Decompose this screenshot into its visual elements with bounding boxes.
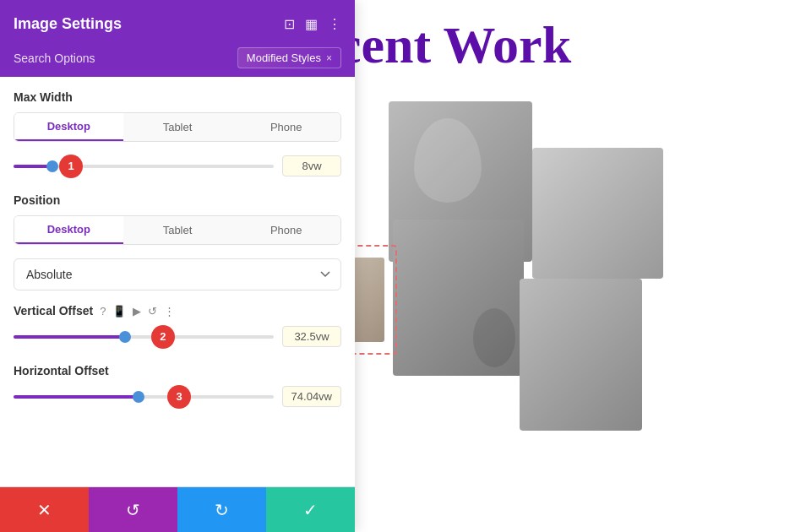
device-icon[interactable]: 📱 xyxy=(112,305,126,318)
position-select-row: Static Relative Absolute Fixed Sticky xyxy=(14,258,341,290)
tab-position-desktop[interactable]: Desktop xyxy=(14,216,123,244)
tab-position-phone[interactable]: Phone xyxy=(231,216,340,244)
position-label: Position xyxy=(14,193,341,207)
max-width-value: 8vw xyxy=(282,155,341,176)
search-bar: Search Options Modified Styles × xyxy=(0,47,355,77)
max-width-label: Max Width xyxy=(14,90,341,104)
vertical-offset-slider-track[interactable] xyxy=(14,335,274,339)
max-width-slider-thumb[interactable] xyxy=(46,160,58,172)
tab-max-width-tablet[interactable]: Tablet xyxy=(123,113,232,141)
panel-header: Image Settings ⊡ ▦ ⋮ xyxy=(0,0,355,47)
modified-styles-label: Modified Styles xyxy=(247,52,321,64)
tab-max-width-desktop[interactable]: Desktop xyxy=(14,113,123,141)
more-icon[interactable]: ⋮ xyxy=(164,305,175,318)
max-width-section: Max Width Desktop Tablet Phone 1 8vw xyxy=(14,90,341,176)
vertical-offset-section: Vertical Offset ? 📱 ▶ ↺ ⋮ 2 32.5vw xyxy=(14,304,341,347)
position-select[interactable]: Static Relative Absolute Fixed Sticky xyxy=(14,258,341,290)
position-section: Position Desktop Tablet Phone Static Rel… xyxy=(14,193,341,290)
save-icon: ✓ xyxy=(303,500,318,520)
more-options-icon[interactable]: ⋮ xyxy=(328,16,341,32)
max-width-device-tabs: Desktop Tablet Phone xyxy=(14,112,341,142)
redo-button[interactable]: ↻ xyxy=(177,487,266,532)
cancel-button[interactable]: ✕ xyxy=(0,487,89,532)
horizontal-offset-label: Horizontal Offset xyxy=(14,364,341,377)
max-width-slider-track[interactable] xyxy=(14,165,274,168)
panel-content: Max Width Desktop Tablet Phone 1 8vw Pos… xyxy=(0,77,355,486)
save-button[interactable]: ✓ xyxy=(266,487,355,532)
modified-styles-close-button[interactable]: × xyxy=(326,52,332,64)
vertical-offset-slider-row: 2 32.5vw xyxy=(14,326,341,347)
vertical-offset-label-row: Vertical Offset ? 📱 ▶ ↺ ⋮ xyxy=(14,304,341,318)
horizontal-offset-value: 74.04vw xyxy=(282,386,341,407)
bottom-toolbar: ✕ ↺ ↻ ✓ xyxy=(0,486,355,532)
panel-title: Image Settings xyxy=(14,15,122,33)
horizontal-offset-section: Horizontal Offset 3 74.04vw xyxy=(14,364,341,407)
modified-styles-badge[interactable]: Modified Styles × xyxy=(237,47,341,68)
horizontal-offset-slider-row: 3 74.04vw xyxy=(14,386,341,407)
undo-icon[interactable]: ↺ xyxy=(148,305,157,318)
search-options-label[interactable]: Search Options xyxy=(14,52,231,65)
panel-header-icons: ⊡ ▦ ⋮ xyxy=(284,16,341,32)
collage-image-2 xyxy=(532,148,663,279)
horizontal-offset-slider-track[interactable] xyxy=(14,395,274,399)
collage-image-3 xyxy=(393,220,524,376)
tab-max-width-phone[interactable]: Phone xyxy=(231,113,340,141)
undo-icon: ↺ xyxy=(126,500,140,520)
resize-icon[interactable]: ⊡ xyxy=(284,16,295,32)
cancel-icon: ✕ xyxy=(37,500,52,520)
cursor-icon[interactable]: ▶ xyxy=(133,305,141,318)
tab-position-tablet[interactable]: Tablet xyxy=(123,216,232,244)
collage-image-4 xyxy=(520,279,642,431)
max-width-slider-row: 1 8vw xyxy=(14,155,341,176)
position-device-tabs: Desktop Tablet Phone xyxy=(14,215,341,245)
recent-work-title: cent Work xyxy=(338,15,571,75)
grid-icon[interactable]: ▦ xyxy=(305,16,318,32)
vertical-offset-slider-fill xyxy=(14,335,125,339)
help-icon[interactable]: ? xyxy=(100,305,106,318)
redo-icon: ↻ xyxy=(215,500,229,520)
vertical-offset-value: 32.5vw xyxy=(282,326,341,347)
undo-button[interactable]: ↺ xyxy=(89,487,177,532)
image-settings-panel: Image Settings ⊡ ▦ ⋮ Search Options Modi… xyxy=(0,0,355,532)
horizontal-offset-slider-fill xyxy=(14,395,139,399)
horizontal-offset-slider-thumb[interactable] xyxy=(133,391,144,403)
collage-area xyxy=(363,101,786,515)
vertical-offset-slider-thumb[interactable] xyxy=(119,331,131,343)
vertical-offset-label: Vertical Offset xyxy=(14,304,93,318)
